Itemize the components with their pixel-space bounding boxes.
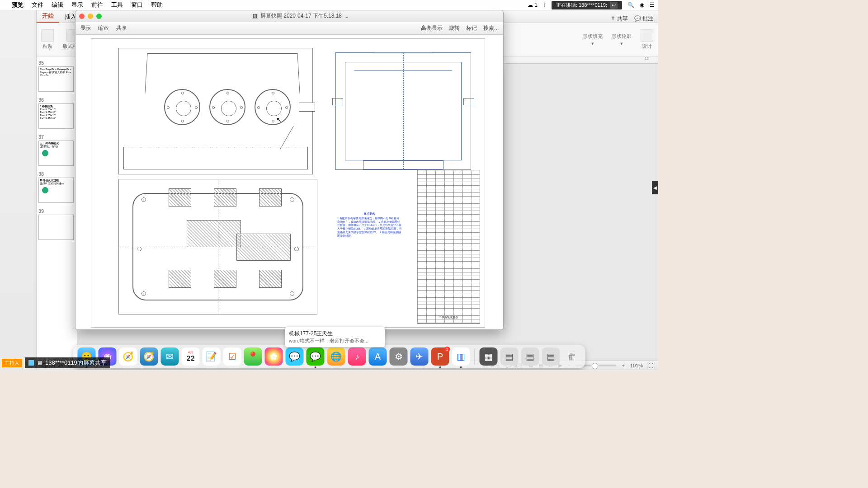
ribbon-design[interactable]: 设计 — [641, 29, 653, 50]
meeting-host-label: 主持人 🖥138****0119的屏幕共享 — [2, 357, 110, 368]
toolbar-search[interactable]: 搜索... — [483, 24, 499, 32]
preview-image-viewport[interactable]: 技术要求 1.装配前所有零件用煤油清洗，箱体内不允许有任何杂物存在，箱体内壁涂耐… — [77, 35, 501, 328]
mouse-cursor-icon: ↖ — [276, 116, 282, 123]
toolbar-highlight[interactable]: 高亮显示 — [421, 24, 443, 32]
zoom-percent[interactable]: 101% — [630, 363, 643, 368]
dock-music[interactable]: ♪ — [348, 347, 366, 366]
siri-menubar-icon[interactable]: ◉ — [640, 2, 644, 8]
host-tag: 主持人 — [2, 359, 22, 367]
ppt-share-button[interactable]: ⇪ 共享 — [611, 15, 627, 23]
tech-req-title: 技术要求 — [337, 212, 401, 216]
ppt-badge: 1 — [444, 347, 450, 352]
gearbox-side-view — [335, 52, 471, 170]
thumb-number: 35 — [38, 60, 44, 66]
collapsed-left-panel — [0, 10, 36, 370]
dock-mail[interactable]: ✉ — [161, 347, 179, 366]
dock-reminders[interactable]: ☑ — [223, 347, 241, 366]
dock-recent-3[interactable]: ▤ — [521, 347, 539, 366]
dock-safari-alt[interactable]: 🧭 — [140, 347, 158, 366]
toolbar-display[interactable]: 显示 — [80, 24, 91, 32]
toolbar-share[interactable]: 共享 — [116, 24, 127, 32]
thumb-number: 39 — [38, 208, 44, 214]
drawing-name: 二级齿轮减速器 — [419, 315, 478, 319]
dock-powerpoint[interactable]: P1 — [431, 347, 449, 366]
zoom-in-button[interactable]: + — [622, 363, 624, 368]
design-icon — [641, 29, 653, 42]
menu-help[interactable]: 帮助 — [151, 1, 163, 9]
dock-recent-4[interactable]: ▤ — [542, 347, 560, 366]
sharing-text: 🖥138****0119的屏幕共享 — [25, 357, 110, 368]
dock-settings[interactable]: ⚙ — [390, 347, 408, 366]
call-back-icon[interactable]: ↩ — [610, 2, 618, 9]
bluetooth-icon[interactable]: ᛒ — [543, 2, 546, 8]
menu-edit[interactable]: 编辑 — [52, 1, 63, 9]
slide-thumbnail-panel[interactable]: 35P₁ = P₁η₁ P₂ = P₁η₁₂η₂ P₃ = P₁η₁₂η₃ 各轴… — [37, 56, 77, 361]
app-menu[interactable]: 预览 — [12, 1, 24, 9]
title-dropdown-icon[interactable]: ⌄ — [344, 13, 349, 19]
pulley-icon — [40, 185, 51, 196]
dock-photos[interactable]: ✿ — [265, 347, 283, 366]
toolbar-rotate[interactable]: 旋转 — [449, 24, 460, 32]
slide-thumb-35[interactable]: P₁ = P₁η₁ P₂ = P₁η₁₂η₂ P₃ = P₁η₁₂η₃ 各轴输入… — [38, 66, 74, 92]
thumb-number: 38 — [38, 171, 44, 177]
gear-icon — [40, 148, 51, 159]
window-controls — [79, 14, 102, 19]
tab-home[interactable]: 开始 — [37, 10, 59, 23]
fullscreen-window-button[interactable] — [96, 14, 102, 19]
dock-recent-1[interactable]: ▦ — [480, 347, 498, 366]
menu-view[interactable]: 显示 — [71, 1, 83, 9]
wechat-status-icon[interactable]: ☁ 1 — [528, 2, 538, 8]
thumb-number: 36 — [38, 97, 44, 103]
menu-go[interactable]: 前往 — [91, 1, 103, 9]
image-file-icon: 🖼 — [252, 13, 258, 19]
search-icon[interactable]: 🔍 — [627, 2, 634, 8]
engineering-drawing: 技术要求 1.装配前所有零件用煤油清洗，箱体内不允许有任何杂物存在，箱体内壁涂耐… — [91, 38, 485, 328]
right-panel-expand-button[interactable]: ◀ — [652, 181, 658, 194]
dock-wechat[interactable]: 💬 — [307, 347, 325, 366]
gearbox-front-view — [118, 48, 313, 174]
control-center-icon[interactable]: ☰ — [650, 2, 655, 8]
chat-message: word格式不一样，老师打开会不会... — [289, 338, 381, 344]
close-window-button[interactable] — [79, 14, 85, 19]
thumb-number: 37 — [38, 134, 44, 140]
dock-tencent-meeting[interactable]: ▥ — [452, 347, 470, 366]
dock-qq-browser[interactable]: 🌐 — [327, 347, 345, 366]
slide-thumb-37[interactable]: 五、传动件的设(皮带轮、齿轮) — [38, 141, 74, 166]
dock-recent-2[interactable]: ▤ — [500, 347, 519, 366]
dock-trash[interactable]: 🗑 — [563, 347, 581, 366]
menu-tools[interactable]: 工具 — [111, 1, 123, 9]
dock-feishu[interactable]: ✈ — [410, 347, 429, 366]
ribbon-shape-outline[interactable]: 形状轮廓 ▾ — [612, 33, 632, 47]
window-title: 🖼 屏幕快照 2020-04-17 下午5.18.18 ⌄ — [252, 12, 349, 20]
minimize-window-button[interactable] — [88, 14, 93, 19]
preview-toolbar: 显示 缩放 共享 高亮显示 旋转 标记 搜索... — [75, 22, 503, 35]
call-status-badge[interactable]: 正在讲话: 138****0119; ↩ — [552, 1, 622, 9]
mic-icon — [28, 360, 34, 366]
wechat-message-popup[interactable]: 机械177-25王天生 word格式不一样，老师打开会不会... — [285, 327, 385, 347]
gearbox-top-section-view — [118, 179, 317, 314]
toolbar-zoom[interactable]: 缩放 — [98, 24, 109, 32]
drawing-title-block: 二级齿轮减速器 — [417, 170, 480, 324]
ribbon-shape-fill[interactable]: 形状填充 ▾ — [583, 33, 603, 47]
dock-appstore[interactable]: A — [369, 347, 387, 366]
dock-calendar[interactable]: 4月22 — [182, 347, 200, 366]
macos-dock: 🙂 ◉ 🧭 🧭 ✉ 4月22 📝 ☑ 📍 ✿ 💬 💬 🌐 ♪ A ⚙ ✈ P1 … — [73, 345, 585, 368]
preview-titlebar[interactable]: 🖼 屏幕快照 2020-04-17 下午5.18.18 ⌄ — [75, 10, 503, 22]
slide-thumb-36[interactable]: 3 各轴扭矩T₁ = 9.55×10³T₂ = 9.55×10³T₃ = 9.5… — [38, 103, 74, 129]
menu-window[interactable]: 窗口 — [131, 1, 143, 9]
dock-messages[interactable]: 💬 — [286, 347, 304, 366]
technical-requirements: 技术要求 1.装配前所有零件用煤油清洗，箱体内不允许有任何杂物存在，箱体内壁涂耐… — [335, 211, 403, 260]
preview-app-window: 🖼 屏幕快照 2020-04-17 下午5.18.18 ⌄ 显示 缩放 共享 高… — [75, 10, 504, 330]
ribbon-paste[interactable]: 粘贴 — [41, 29, 54, 50]
fit-window-icon[interactable]: ⛶ — [648, 363, 653, 368]
dock-maps[interactable]: 📍 — [244, 347, 262, 366]
toolbar-markup[interactable]: 标记 — [466, 24, 477, 32]
dock-safari[interactable]: 🧭 — [119, 347, 137, 366]
dock-separator — [475, 348, 475, 365]
chat-sender: 机械177-25王天生 — [289, 330, 381, 338]
slide-thumb-38[interactable]: 带传动设计过程选择P 主动轮转速n₁ — [38, 178, 74, 203]
dock-notes[interactable]: 📝 — [203, 347, 221, 366]
slide-thumb-39[interactable] — [38, 215, 74, 240]
menu-file[interactable]: 文件 — [32, 1, 43, 9]
ppt-comment-button[interactable]: 💬 批注 — [634, 15, 653, 23]
